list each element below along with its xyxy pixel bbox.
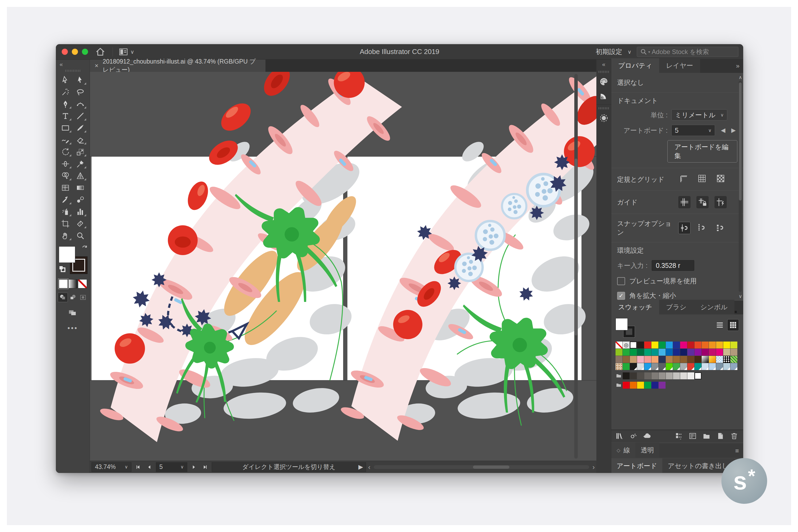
- grid-icon[interactable]: [697, 173, 709, 185]
- grid-view-icon[interactable]: [727, 319, 739, 331]
- properties-scrollbar-thumb[interactable]: [739, 82, 742, 201]
- swatch[interactable]: [680, 349, 687, 356]
- swatch[interactable]: [637, 373, 644, 379]
- swatch-global-color[interactable]: [723, 363, 730, 370]
- swatch[interactable]: [723, 349, 730, 356]
- tab-artboards[interactable]: アートボード: [611, 458, 662, 473]
- horizontal-scrollbar-thumb[interactable]: [473, 466, 510, 469]
- swatch[interactable]: [630, 342, 637, 348]
- swatch[interactable]: [687, 342, 694, 348]
- swatch[interactable]: [659, 382, 666, 388]
- rotate-tool[interactable]: [58, 146, 73, 158]
- artboard-dropdown[interactable]: 5 ∨: [671, 125, 715, 136]
- swatch[interactable]: [730, 349, 737, 356]
- draw-inside-button[interactable]: [78, 292, 88, 302]
- zoom-level-dropdown[interactable]: 43.74% ∨: [92, 462, 131, 472]
- snap-point-icon[interactable]: [678, 222, 690, 234]
- swatch[interactable]: [695, 356, 701, 363]
- horizontal-scrollbar[interactable]: [374, 465, 589, 469]
- swatch[interactable]: [623, 382, 630, 388]
- none-button[interactable]: [78, 279, 87, 288]
- vertical-scrollbar-thumb[interactable]: [574, 158, 577, 336]
- swatch[interactable]: [695, 373, 701, 379]
- swatch[interactable]: [673, 356, 680, 363]
- swatch[interactable]: [623, 356, 630, 363]
- swatch[interactable]: [637, 349, 644, 356]
- checkbox-unchecked[interactable]: [617, 277, 625, 285]
- minimize-window-button[interactable]: [72, 49, 78, 55]
- hand-tool[interactable]: [58, 230, 73, 242]
- swatch[interactable]: [644, 356, 651, 363]
- shape-builder-tool[interactable]: [58, 170, 73, 182]
- swatch[interactable]: [637, 382, 644, 388]
- swatch[interactable]: [716, 349, 723, 356]
- stroke-row-menu-icon[interactable]: ≡: [735, 447, 739, 455]
- swatch[interactable]: [695, 342, 701, 348]
- swatch-kinds-icon[interactable]: [674, 432, 684, 441]
- swatch[interactable]: [666, 373, 673, 379]
- key-input-field[interactable]: 0.3528 r: [652, 260, 694, 271]
- width-tool[interactable]: [58, 158, 73, 170]
- transparency-grid-icon[interactable]: [716, 173, 727, 185]
- swatch-global-color[interactable]: [630, 363, 637, 370]
- symbol-sprayer-tool[interactable]: [58, 206, 73, 217]
- swatch[interactable]: [680, 342, 687, 348]
- tab-layers[interactable]: レイヤー: [659, 58, 700, 73]
- checkbox-checked[interactable]: ✓: [617, 292, 625, 300]
- close-tab-icon[interactable]: ×: [95, 62, 98, 70]
- guides-icon[interactable]: [678, 196, 690, 208]
- column-graph-tool[interactable]: [73, 206, 88, 217]
- swatch[interactable]: [630, 349, 637, 356]
- selection-tool[interactable]: [73, 74, 88, 86]
- swatch-global-color[interactable]: [687, 363, 694, 370]
- swatch-group-folder-icon[interactable]: [615, 382, 623, 388]
- gradient-tool[interactable]: [73, 182, 88, 194]
- swatch[interactable]: [709, 342, 716, 348]
- cc-sync-icon[interactable]: [643, 432, 652, 441]
- tab-asset-export[interactable]: アセットの書き出し: [662, 458, 734, 473]
- new-swatch-icon[interactable]: [716, 432, 726, 441]
- swatch-global-color[interactable]: [666, 363, 673, 370]
- next-artboard-icon[interactable]: ▶: [731, 127, 736, 134]
- swatch-pattern[interactable]: [730, 356, 737, 363]
- tab-stroke[interactable]: ◇ 線: [611, 443, 635, 458]
- swatch[interactable]: [687, 349, 694, 356]
- color-guide-icon[interactable]: [599, 91, 609, 100]
- swatch[interactable]: [702, 349, 709, 356]
- zoom-window-button[interactable]: [82, 49, 88, 55]
- swatch[interactable]: [644, 373, 651, 379]
- swatch-pattern[interactable]: [615, 363, 623, 370]
- smart-guides-icon[interactable]: [715, 196, 727, 208]
- type-tool[interactable]: [58, 110, 73, 122]
- add-to-library-icon[interactable]: [629, 432, 639, 441]
- list-view-icon[interactable]: [714, 319, 726, 331]
- eraser-tool[interactable]: [73, 134, 88, 146]
- fill-color-well[interactable]: [59, 246, 75, 263]
- swatch-global-color[interactable]: [695, 363, 701, 370]
- swatch-gradient[interactable]: [702, 356, 709, 363]
- swatches-fill-stroke[interactable]: [615, 318, 637, 339]
- status-menu-icon[interactable]: ▶: [358, 463, 363, 471]
- color-panel-icon[interactable]: [599, 77, 609, 87]
- swatch[interactable]: [651, 382, 658, 388]
- blend-tool[interactable]: [73, 194, 88, 206]
- swatch-global-color[interactable]: [651, 363, 658, 370]
- adobe-stock-search[interactable]: ▾ Adobe Stock を検索: [637, 47, 738, 57]
- swatch-global-color[interactable]: [709, 363, 716, 370]
- swatch[interactable]: [687, 356, 694, 363]
- status-text-box[interactable]: ダイレクト選択ツールを切り替え ▶: [212, 462, 366, 472]
- swatch[interactable]: [637, 342, 644, 348]
- workspace-switcher[interactable]: 初期設定 ∨: [595, 48, 631, 56]
- artboard-tool[interactable]: [58, 217, 73, 230]
- dock-grip[interactable]: [598, 71, 609, 73]
- color-button[interactable]: [59, 279, 68, 288]
- mesh-tool[interactable]: [58, 182, 73, 194]
- draw-normal-button[interactable]: [58, 292, 68, 302]
- swatch[interactable]: [623, 363, 630, 370]
- document-tab[interactable]: × 20180912_choubunshi-illust.ai @ 43.74%…: [90, 60, 265, 72]
- lock-guides-icon[interactable]: [697, 196, 709, 208]
- tab-symbols[interactable]: シンボル: [694, 300, 735, 315]
- edit-toolbar-button[interactable]: •••: [56, 324, 90, 332]
- swatch[interactable]: [730, 342, 737, 348]
- tab-properties[interactable]: プロパティ: [611, 58, 659, 73]
